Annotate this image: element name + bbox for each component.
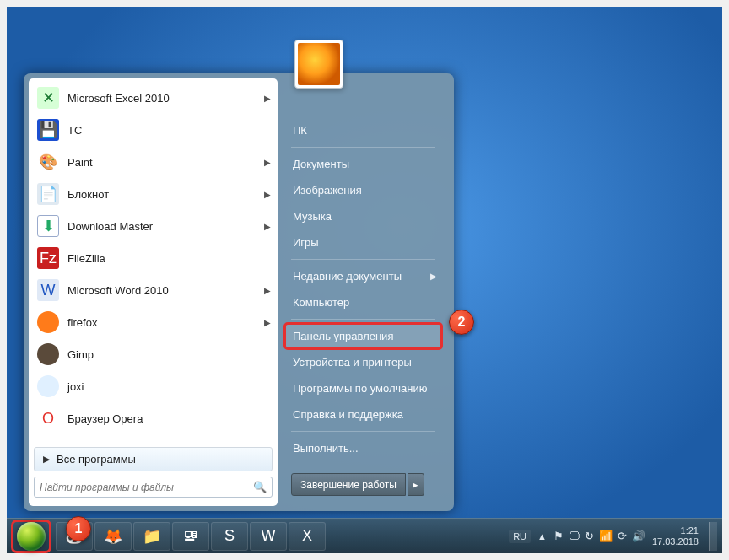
program-item[interactable]: ⬇Download Master▶ (29, 210, 278, 242)
right-pane-item[interactable]: ПК (284, 117, 442, 143)
separator (291, 259, 435, 260)
monitor-icon[interactable]: 🖵 (569, 530, 580, 542)
start-menu-left-pane: ✕Microsoft Excel 2010▶💾TC🎨Paint▶📄Блокнот… (29, 78, 278, 506)
program-label: Microsoft Word 2010 (68, 284, 169, 297)
right-pane-item[interactable]: Недавние документы▶ (284, 263, 442, 289)
terminal-icon[interactable]: 🖳 (172, 522, 209, 551)
system-tray: RU ▲ ⚑🖵↻📶⟳🔊 1:21 17.03.2018 (509, 522, 717, 551)
volume-icon[interactable]: 🔊 (632, 530, 645, 542)
windows-orb-icon (17, 522, 46, 551)
program-item[interactable]: firefox▶ (29, 306, 278, 338)
search-icon: 🔍 (253, 481, 267, 493)
firefox-icon (37, 311, 59, 333)
sync-icon[interactable]: ↻ (585, 530, 594, 542)
program-item[interactable]: FzFileZilla (29, 242, 278, 274)
program-item[interactable]: joxi (29, 370, 278, 402)
gimp-icon (37, 343, 59, 365)
right-pane-item[interactable]: Изображения (284, 177, 442, 203)
program-label: joxi (68, 380, 84, 393)
program-item[interactable]: Gimp (29, 338, 278, 370)
microsoft-excel-2010-icon: ✕ (37, 87, 59, 109)
word-icon[interactable]: W (250, 522, 287, 551)
chevron-right-icon: ▶ (264, 286, 271, 295)
separator (291, 431, 435, 432)
tray-icons: ⚑🖵↻📶⟳🔊 (554, 530, 645, 542)
excel-icon[interactable]: X (289, 522, 326, 551)
tray-expand-icon[interactable]: ▲ (537, 531, 547, 541)
firefox-icon[interactable]: 🦊 (94, 522, 132, 551)
program-label: Браузер Opera (68, 412, 143, 425)
right-pane-item[interactable]: Игры (284, 229, 442, 256)
right-pane-item[interactable]: Выполнить... (284, 435, 442, 461)
program-item[interactable]: 📄Блокнот▶ (29, 178, 278, 210)
annotation-marker-1: 1 (66, 516, 91, 541)
shutdown-row: Завершение работы▸ (291, 473, 435, 496)
right-pane-item[interactable]: Справка и поддержка (284, 401, 442, 428)
program-label: Download Master (68, 220, 153, 233)
taskbar: 🐼🦊📁🖳SWX RU ▲ ⚑🖵↻📶⟳🔊 1:21 17.03.2018 (7, 518, 722, 553)
chevron-right-icon: ▶ (264, 190, 271, 199)
program-label: Блокнот (68, 188, 109, 201)
files-icon[interactable]: 📁 (133, 522, 170, 551)
download-master-icon: ⬇ (37, 215, 59, 237)
language-indicator[interactable]: RU (509, 530, 531, 543)
clock-date: 17.03.2018 (652, 536, 699, 547)
microsoft-word-2010-icon: W (37, 279, 59, 301)
arrow-right-icon: ▶ (43, 454, 50, 465)
program-label: firefox (68, 316, 97, 329)
flag-icon[interactable]: ⚑ (554, 530, 564, 542)
браузер-opera-icon: O (37, 407, 59, 429)
start-menu: ✕Microsoft Excel 2010▶💾TC🎨Paint▶📄Блокнот… (24, 73, 454, 511)
program-label: Microsoft Excel 2010 (68, 92, 170, 105)
program-label: Paint (68, 156, 93, 169)
desktop: ✕Microsoft Excel 2010▶💾TC🎨Paint▶📄Блокнот… (0, 0, 729, 560)
right-pane-item[interactable]: Панель управления (284, 323, 442, 349)
all-programs-button[interactable]: ▶ Все программы (34, 447, 273, 471)
joxi-icon (37, 375, 59, 397)
right-pane-item[interactable]: Программы по умолчанию (284, 375, 442, 401)
tc-icon: 💾 (37, 119, 59, 141)
right-pane-item[interactable]: Документы (284, 151, 442, 177)
all-programs-label: Все программы (57, 453, 136, 466)
блокнот-icon: 📄 (37, 183, 59, 205)
skype-icon[interactable]: S (211, 522, 248, 551)
clock-time: 1:21 (652, 525, 699, 536)
search-input[interactable] (40, 482, 250, 493)
show-desktop-button[interactable] (709, 522, 717, 551)
chevron-right-icon: ▶ (264, 94, 271, 103)
program-item[interactable]: OБраузер Opera (29, 402, 278, 434)
program-label: Gimp (68, 348, 94, 361)
search-box[interactable]: 🔍 (34, 477, 273, 498)
annotation-marker-2: 2 (449, 310, 474, 335)
chevron-right-icon: ▶ (264, 318, 271, 327)
shutdown-options-button[interactable]: ▸ (408, 473, 424, 496)
chevron-right-icon: ▶ (264, 222, 271, 231)
right-pane-item[interactable]: Музыка (284, 203, 442, 229)
right-pane-item[interactable]: Компьютер (284, 289, 442, 315)
program-item[interactable]: ✕Microsoft Excel 2010▶ (29, 82, 278, 114)
separator (291, 319, 435, 320)
start-menu-right-pane: ПКДокументыИзображенияМузыкаИгрыНедавние… (278, 78, 449, 506)
program-item[interactable]: WMicrosoft Word 2010▶ (29, 274, 278, 306)
program-list: ✕Microsoft Excel 2010▶💾TC🎨Paint▶📄Блокнот… (29, 82, 278, 444)
network-icon[interactable]: 📶 (599, 530, 613, 542)
chevron-right-icon: ▶ (430, 272, 437, 281)
chevron-right-icon: ▶ (264, 158, 271, 167)
right-pane-item[interactable]: Устройства и принтеры (284, 349, 442, 375)
start-button[interactable] (12, 520, 51, 552)
taskbar-pinned-apps: 🐼🦊📁🖳SWX (56, 522, 326, 551)
program-label: TC (68, 124, 82, 137)
program-item[interactable]: 💾TC (29, 114, 278, 146)
clock[interactable]: 1:21 17.03.2018 (652, 525, 699, 547)
program-label: FileZilla (68, 252, 105, 265)
program-item[interactable]: 🎨Paint▶ (29, 146, 278, 178)
separator (291, 147, 435, 148)
shutdown-button[interactable]: Завершение работы (291, 473, 406, 496)
update-icon[interactable]: ⟳ (618, 530, 627, 542)
filezilla-icon: Fz (37, 247, 59, 269)
paint-icon: 🎨 (37, 151, 59, 173)
